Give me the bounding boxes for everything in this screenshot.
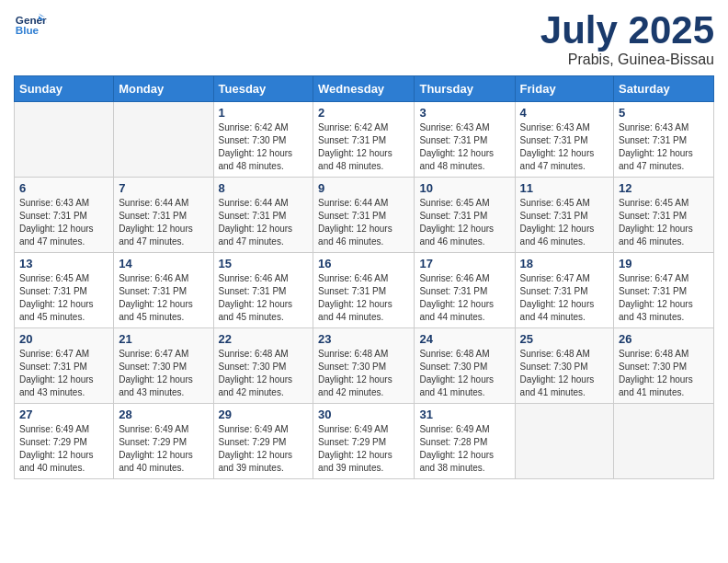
col-wednesday: Wednesday [313, 76, 415, 102]
day-number: 22 [219, 332, 309, 346]
col-thursday: Thursday [415, 76, 515, 102]
day-info: Sunrise: 6:47 AM Sunset: 7:30 PM Dayligh… [119, 348, 208, 399]
day-info: Sunrise: 6:48 AM Sunset: 7:30 PM Dayligh… [520, 348, 609, 399]
day-info: Sunrise: 6:45 AM Sunset: 7:31 PM Dayligh… [19, 272, 108, 324]
day-number: 8 [219, 181, 309, 195]
day-info: Sunrise: 6:46 AM Sunset: 7:31 PM Dayligh… [419, 272, 509, 324]
day-number: 19 [619, 257, 709, 270]
day-number: 12 [619, 181, 709, 195]
day-number: 1 [219, 106, 309, 120]
day-info: Sunrise: 6:46 AM Sunset: 7:31 PM Dayligh… [219, 272, 309, 324]
day-info: Sunrise: 6:48 AM Sunset: 7:30 PM Dayligh… [318, 348, 409, 399]
col-friday: Friday [515, 76, 613, 102]
table-row: 27Sunrise: 6:49 AM Sunset: 7:29 PM Dayli… [15, 404, 114, 479]
day-info: Sunrise: 6:49 AM Sunset: 7:28 PM Dayligh… [419, 423, 509, 475]
table-row: 10Sunrise: 6:45 AM Sunset: 7:31 PM Dayli… [415, 178, 515, 253]
col-tuesday: Tuesday [213, 76, 313, 102]
day-info: Sunrise: 6:49 AM Sunset: 7:29 PM Dayligh… [219, 423, 309, 475]
day-number: 10 [419, 181, 509, 195]
table-row: 13Sunrise: 6:45 AM Sunset: 7:31 PM Dayli… [15, 253, 114, 328]
day-info: Sunrise: 6:44 AM Sunset: 7:31 PM Dayligh… [119, 197, 208, 248]
table-row [114, 102, 213, 178]
day-info: Sunrise: 6:42 AM Sunset: 7:30 PM Dayligh… [219, 121, 309, 173]
day-number: 30 [318, 408, 409, 421]
day-number: 3 [419, 106, 509, 120]
day-number: 2 [318, 106, 409, 120]
day-info: Sunrise: 6:44 AM Sunset: 7:31 PM Dayligh… [219, 197, 309, 248]
day-number: 17 [419, 257, 509, 270]
day-number: 14 [119, 257, 208, 270]
page-container: General Blue July 2025 Prabis, Guinea-Bi… [0, 0, 728, 493]
day-number: 7 [119, 181, 208, 195]
day-info: Sunrise: 6:47 AM Sunset: 7:31 PM Dayligh… [520, 272, 609, 324]
day-info: Sunrise: 6:45 AM Sunset: 7:31 PM Dayligh… [520, 197, 609, 248]
day-number: 5 [619, 106, 709, 120]
table-row: 1Sunrise: 6:42 AM Sunset: 7:30 PM Daylig… [213, 102, 313, 178]
day-number: 4 [520, 106, 609, 120]
day-number: 23 [318, 332, 409, 346]
day-number: 20 [19, 332, 108, 346]
table-row: 28Sunrise: 6:49 AM Sunset: 7:29 PM Dayli… [114, 404, 213, 479]
day-info: Sunrise: 6:48 AM Sunset: 7:30 PM Dayligh… [419, 348, 509, 399]
table-row: 22Sunrise: 6:48 AM Sunset: 7:30 PM Dayli… [213, 328, 313, 404]
logo: General Blue [14, 9, 51, 42]
day-number: 21 [119, 332, 208, 346]
table-row: 12Sunrise: 6:45 AM Sunset: 7:31 PM Dayli… [614, 178, 714, 253]
calendar-week-row: 13Sunrise: 6:45 AM Sunset: 7:31 PM Dayli… [15, 253, 714, 328]
day-info: Sunrise: 6:45 AM Sunset: 7:31 PM Dayligh… [419, 197, 509, 248]
day-info: Sunrise: 6:44 AM Sunset: 7:31 PM Dayligh… [318, 197, 409, 248]
table-row: 30Sunrise: 6:49 AM Sunset: 7:29 PM Dayli… [313, 404, 415, 479]
svg-text:Blue: Blue [16, 24, 40, 36]
table-row: 11Sunrise: 6:45 AM Sunset: 7:31 PM Dayli… [515, 178, 613, 253]
table-row: 6Sunrise: 6:43 AM Sunset: 7:31 PM Daylig… [15, 178, 114, 253]
col-saturday: Saturday [614, 76, 714, 102]
table-row: 17Sunrise: 6:46 AM Sunset: 7:31 PM Dayli… [415, 253, 515, 328]
title-block: July 2025 Prabis, Guinea-Bissau [540, 9, 714, 68]
calendar-title: July 2025 [540, 9, 714, 52]
day-info: Sunrise: 6:45 AM Sunset: 7:31 PM Dayligh… [619, 197, 709, 248]
table-row: 31Sunrise: 6:49 AM Sunset: 7:28 PM Dayli… [415, 404, 515, 479]
col-monday: Monday [114, 76, 213, 102]
day-info: Sunrise: 6:47 AM Sunset: 7:31 PM Dayligh… [19, 348, 108, 399]
table-row: 15Sunrise: 6:46 AM Sunset: 7:31 PM Dayli… [213, 253, 313, 328]
calendar-location: Prabis, Guinea-Bissau [540, 52, 714, 68]
day-number: 29 [219, 408, 309, 421]
table-row: 29Sunrise: 6:49 AM Sunset: 7:29 PM Dayli… [213, 404, 313, 479]
calendar-week-row: 27Sunrise: 6:49 AM Sunset: 7:29 PM Dayli… [15, 404, 714, 479]
day-number: 25 [520, 332, 609, 346]
table-row: 19Sunrise: 6:47 AM Sunset: 7:31 PM Dayli… [614, 253, 714, 328]
calendar-week-row: 6Sunrise: 6:43 AM Sunset: 7:31 PM Daylig… [15, 178, 714, 253]
table-row: 18Sunrise: 6:47 AM Sunset: 7:31 PM Dayli… [515, 253, 613, 328]
day-number: 9 [318, 181, 409, 195]
day-info: Sunrise: 6:48 AM Sunset: 7:30 PM Dayligh… [619, 348, 709, 399]
day-info: Sunrise: 6:47 AM Sunset: 7:31 PM Dayligh… [619, 272, 709, 324]
calendar-table: Sunday Monday Tuesday Wednesday Thursday… [14, 75, 714, 479]
table-row: 20Sunrise: 6:47 AM Sunset: 7:31 PM Dayli… [15, 328, 114, 404]
day-number: 15 [219, 257, 309, 270]
day-number: 13 [19, 257, 108, 270]
table-row: 21Sunrise: 6:47 AM Sunset: 7:30 PM Dayli… [114, 328, 213, 404]
day-info: Sunrise: 6:43 AM Sunset: 7:31 PM Dayligh… [619, 121, 709, 173]
table-row: 23Sunrise: 6:48 AM Sunset: 7:30 PM Dayli… [313, 328, 415, 404]
day-number: 18 [520, 257, 609, 270]
table-row [614, 404, 714, 479]
calendar-week-row: 1Sunrise: 6:42 AM Sunset: 7:30 PM Daylig… [15, 102, 714, 178]
day-number: 26 [619, 332, 709, 346]
table-row: 25Sunrise: 6:48 AM Sunset: 7:30 PM Dayli… [515, 328, 613, 404]
table-row: 24Sunrise: 6:48 AM Sunset: 7:30 PM Dayli… [415, 328, 515, 404]
day-info: Sunrise: 6:43 AM Sunset: 7:31 PM Dayligh… [520, 121, 609, 173]
table-row [515, 404, 613, 479]
table-row: 9Sunrise: 6:44 AM Sunset: 7:31 PM Daylig… [313, 178, 415, 253]
day-number: 27 [19, 408, 108, 421]
day-number: 28 [119, 408, 208, 421]
table-row: 2Sunrise: 6:42 AM Sunset: 7:31 PM Daylig… [313, 102, 415, 178]
day-number: 6 [19, 181, 108, 195]
day-number: 31 [419, 408, 509, 421]
day-info: Sunrise: 6:46 AM Sunset: 7:31 PM Dayligh… [318, 272, 409, 324]
logo-icon: General Blue [14, 9, 47, 42]
day-number: 24 [419, 332, 509, 346]
day-info: Sunrise: 6:43 AM Sunset: 7:31 PM Dayligh… [19, 197, 108, 248]
day-info: Sunrise: 6:43 AM Sunset: 7:31 PM Dayligh… [419, 121, 509, 173]
table-row: 14Sunrise: 6:46 AM Sunset: 7:31 PM Dayli… [114, 253, 213, 328]
table-row: 4Sunrise: 6:43 AM Sunset: 7:31 PM Daylig… [515, 102, 613, 178]
